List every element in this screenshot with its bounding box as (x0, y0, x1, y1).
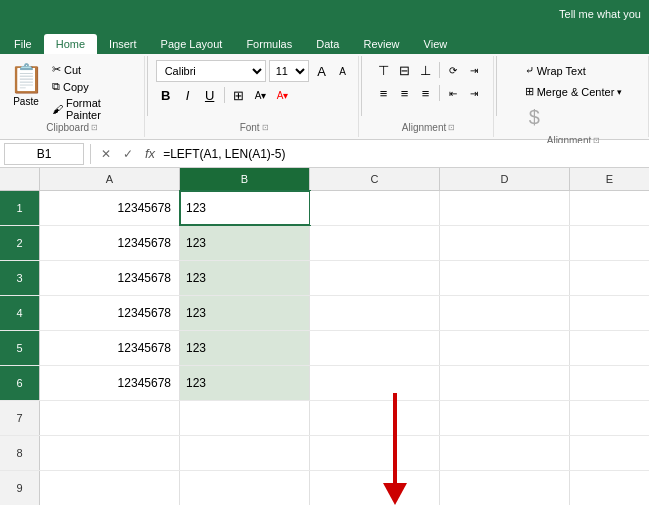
cell-b7[interactable] (180, 401, 310, 435)
cancel-formula-icon[interactable]: ✕ (97, 145, 115, 163)
col-header-c[interactable]: C (310, 168, 440, 190)
cell-d1[interactable] (440, 191, 570, 225)
row-header-6[interactable]: 6 (0, 366, 40, 400)
cell-a8[interactable] (40, 436, 180, 470)
fill-color-button[interactable]: A▾ (251, 85, 271, 105)
tab-insert[interactable]: Insert (97, 34, 149, 54)
cell-d2[interactable] (440, 226, 570, 260)
cell-e5[interactable] (570, 331, 649, 365)
merge-dropdown-icon[interactable]: ▾ (617, 87, 622, 97)
cell-d9[interactable] (440, 471, 570, 505)
cell-e6[interactable] (570, 366, 649, 400)
cell-d4[interactable] (440, 296, 570, 330)
cell-d6[interactable] (440, 366, 570, 400)
cell-b9[interactable] (180, 471, 310, 505)
cell-e2[interactable] (570, 226, 649, 260)
cell-b3[interactable]: 123 (180, 261, 310, 295)
font-expand-icon[interactable]: ⊡ (262, 123, 269, 132)
confirm-formula-icon[interactable]: ✓ (119, 145, 137, 163)
cell-d5[interactable] (440, 331, 570, 365)
indent-left-button[interactable]: ⇤ (443, 83, 463, 103)
row-header-1[interactable]: 1 (0, 191, 40, 225)
font-color-button[interactable]: A▾ (273, 85, 293, 105)
cell-c1[interactable] (310, 191, 440, 225)
cell-a3[interactable]: 12345678 (40, 261, 180, 295)
bold-button[interactable]: B (156, 85, 176, 105)
cell-a2[interactable]: 12345678 (40, 226, 180, 260)
cell-a1[interactable]: 12345678 (40, 191, 180, 225)
cell-c7[interactable] (310, 401, 440, 435)
merge-center-button[interactable]: ⊞ Merge & Center ▾ (521, 83, 627, 100)
cell-a6[interactable]: 12345678 (40, 366, 180, 400)
font-size-decrease-button[interactable]: A (333, 61, 353, 81)
cell-e1[interactable] (570, 191, 649, 225)
cell-c2[interactable] (310, 226, 440, 260)
tab-review[interactable]: Review (351, 34, 411, 54)
cut-button[interactable]: ✂ Cut (49, 62, 138, 77)
row-header-7[interactable]: 7 (0, 401, 40, 435)
cell-e3[interactable] (570, 261, 649, 295)
cell-a5[interactable]: 12345678 (40, 331, 180, 365)
col-header-d[interactable]: D (440, 168, 570, 190)
cell-e9[interactable] (570, 471, 649, 505)
align-middle-button[interactable]: ⊟ (395, 60, 415, 80)
cell-a7[interactable] (40, 401, 180, 435)
cell-b2[interactable]: 123 (180, 226, 310, 260)
cell-a4[interactable]: 12345678 (40, 296, 180, 330)
align-right-button[interactable]: ≡ (416, 83, 436, 103)
cell-d7[interactable] (440, 401, 570, 435)
row-header-8[interactable]: 8 (0, 436, 40, 470)
align-left-button[interactable]: ≡ (374, 83, 394, 103)
name-box[interactable] (4, 143, 84, 165)
cell-e8[interactable] (570, 436, 649, 470)
copy-button[interactable]: ⧉ Copy (49, 79, 138, 94)
tab-view[interactable]: View (412, 34, 460, 54)
tab-home[interactable]: Home (44, 34, 97, 54)
cell-c4[interactable] (310, 296, 440, 330)
cell-c3[interactable] (310, 261, 440, 295)
row-header-3[interactable]: 3 (0, 261, 40, 295)
cell-c5[interactable] (310, 331, 440, 365)
paste-button[interactable]: 📋 Paste (6, 58, 46, 109)
cell-c6[interactable] (310, 366, 440, 400)
format-painter-button[interactable]: 🖌 Format Painter (49, 96, 138, 122)
cell-b4[interactable]: 123 (180, 296, 310, 330)
col-header-e[interactable]: E (570, 168, 649, 190)
tab-data[interactable]: Data (304, 34, 351, 54)
cell-b5[interactable]: 123 (180, 331, 310, 365)
underline-button[interactable]: U (200, 85, 220, 105)
cell-a9[interactable] (40, 471, 180, 505)
indent-increase-button[interactable]: ⇥ (464, 60, 484, 80)
cell-b8[interactable] (180, 436, 310, 470)
tab-formulas[interactable]: Formulas (234, 34, 304, 54)
cell-e7[interactable] (570, 401, 649, 435)
tab-page-layout[interactable]: Page Layout (149, 34, 235, 54)
cell-e4[interactable] (570, 296, 649, 330)
cell-d3[interactable] (440, 261, 570, 295)
cell-c8[interactable] (310, 436, 440, 470)
cell-c9[interactable] (310, 471, 440, 505)
cell-b6[interactable]: 123 (180, 366, 310, 400)
row-header-2[interactable]: 2 (0, 226, 40, 260)
align-center-button[interactable]: ≡ (395, 83, 415, 103)
col-header-a[interactable]: A (40, 168, 180, 190)
wrap-text-button[interactable]: ⤶ Wrap Text (521, 62, 590, 79)
row-header-5[interactable]: 5 (0, 331, 40, 365)
row-header-9[interactable]: 9 (0, 471, 40, 505)
cell-d8[interactable] (440, 436, 570, 470)
align-bottom-button[interactable]: ⊥ (416, 60, 436, 80)
borders-button[interactable]: ⊞ (229, 85, 249, 105)
font-name-select[interactable]: Calibri (156, 60, 266, 82)
font-size-select[interactable]: 11 (269, 60, 309, 82)
alignment-expand-icon[interactable]: ⊡ (448, 123, 455, 132)
italic-button[interactable]: I (178, 85, 198, 105)
clipboard-expand-icon[interactable]: ⊡ (91, 123, 98, 132)
indent-right-button[interactable]: ⇥ (464, 83, 484, 103)
col-header-b[interactable]: B (180, 168, 310, 190)
formula-input[interactable] (163, 143, 645, 165)
align-top-button[interactable]: ⊤ (374, 60, 394, 80)
text-direction-button[interactable]: ⟳ (443, 60, 463, 80)
tab-file[interactable]: File (2, 34, 44, 54)
row-header-4[interactable]: 4 (0, 296, 40, 330)
font-size-increase-button[interactable]: A (312, 61, 332, 81)
